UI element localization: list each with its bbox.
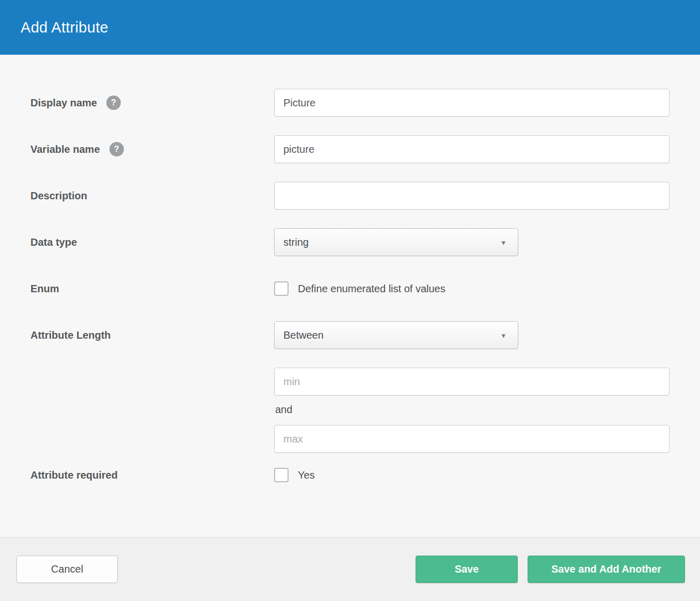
variable-name-label: Variable name [30, 144, 100, 155]
attribute-required-label-group: Attribute required [30, 469, 274, 481]
enum-label: Enum [30, 283, 59, 295]
display-name-row: Display name ? [30, 89, 670, 117]
attribute-required-checkbox[interactable] [274, 468, 289, 482]
data-type-label-group: Data type [30, 236, 274, 248]
variable-name-input[interactable] [274, 135, 670, 163]
variable-name-help-icon[interactable]: ? [109, 142, 124, 156]
description-input[interactable] [274, 182, 670, 210]
attribute-length-label: Attribute Length [30, 329, 111, 341]
variable-name-row: Variable name ? [30, 135, 670, 163]
attribute-length-select[interactable]: Between ▾ [274, 321, 518, 349]
display-name-help-icon[interactable]: ? [106, 96, 121, 110]
display-name-input[interactable] [274, 89, 670, 117]
attribute-required-checkbox-group: Yes [274, 468, 315, 482]
max-row [30, 425, 670, 453]
attribute-length-label-group: Attribute Length [30, 329, 274, 341]
attribute-length-selected-value: Between [283, 329, 324, 341]
dialog-footer: Cancel Save Save and Add Another [0, 537, 700, 601]
min-row [30, 368, 670, 396]
enum-checkbox[interactable] [274, 281, 289, 296]
description-label: Description [30, 190, 87, 202]
variable-name-label-group: Variable name ? [30, 142, 274, 156]
description-row: Description [30, 182, 670, 210]
data-type-selected-value: string [283, 236, 309, 248]
dialog-body: Display name ? Variable name ? Descripti… [0, 55, 700, 537]
enum-checkbox-group: Define enumerated list of values [274, 281, 446, 296]
enum-label-group: Enum [30, 283, 274, 295]
attribute-required-label: Attribute required [30, 469, 118, 481]
chevron-down-icon: ▾ [501, 331, 505, 339]
dialog-title: Add Attribute [21, 19, 108, 36]
chevron-down-icon: ▾ [501, 239, 505, 246]
save-button[interactable]: Save [416, 556, 518, 583]
description-label-group: Description [30, 190, 274, 202]
cancel-button[interactable]: Cancel [17, 556, 118, 583]
display-name-label-group: Display name ? [30, 96, 274, 110]
enum-checkbox-label[interactable]: Define enumerated list of values [298, 283, 446, 295]
attribute-length-row: Attribute Length Between ▾ [30, 321, 670, 349]
and-connector-text: and [275, 404, 292, 416]
attribute-required-checkbox-label[interactable]: Yes [298, 469, 315, 481]
data-type-row: Data type string ▾ [30, 228, 670, 256]
connector-row: and [30, 404, 670, 416]
data-type-label: Data type [30, 236, 77, 248]
max-input[interactable] [274, 425, 670, 453]
min-input[interactable] [274, 368, 670, 396]
dialog-header: Add Attribute [0, 0, 700, 55]
save-and-add-another-button[interactable]: Save and Add Another [528, 556, 685, 583]
data-type-select[interactable]: string ▾ [274, 228, 518, 256]
enum-row: Enum Define enumerated list of values [30, 275, 670, 303]
display-name-label: Display name [30, 97, 97, 109]
attribute-required-row: Attribute required Yes [30, 461, 670, 489]
add-attribute-dialog: Add Attribute Display name ? Variable na… [0, 0, 700, 601]
